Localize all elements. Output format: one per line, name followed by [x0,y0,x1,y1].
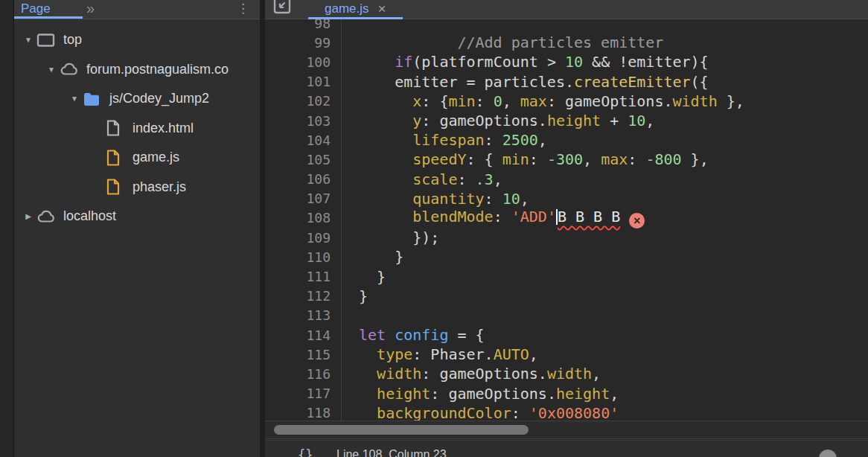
token-pln: && !emitter){ [583,53,709,71]
horizontal-scrollbar-thumb[interactable] [274,425,529,435]
token-num: .3 [476,170,494,188]
active-tab-underline [14,16,83,19]
code-line-98: 98 [265,19,868,33]
expand-arrow-icon[interactable]: ▼ [20,36,36,44]
tree-item-label: index.html [133,121,194,136]
token-pln: ({ [691,73,709,91]
pretty-print-icon[interactable]: {} [298,447,313,457]
token-pln: , [529,345,538,363]
code-text[interactable]: let config = { [341,326,485,344]
tree-item-js-codey-jump2[interactable]: ▼js/Codey_Jump2 [14,84,260,114]
line-number[interactable]: 99 [265,35,341,51]
line-number[interactable]: 105 [265,152,341,167]
token-com: //Add particles emitter [359,33,663,51]
code-text[interactable]: scale: .3, [341,170,502,188]
status-icon[interactable] [819,450,837,457]
code-line-112: 112} [265,287,868,306]
editor-status-bar: {} Line 108, Column 23 [265,440,868,457]
token-prop: backgroundColor [377,404,511,421]
line-number[interactable]: 98 [265,19,341,31]
token-pln: : gameOptions. [421,112,547,130]
line-number[interactable]: 116 [265,366,341,382]
expand-arrow-icon[interactable]: ▼ [66,95,83,103]
code-text[interactable]: blendMode: 'ADD'B B B B× [341,208,645,229]
line-number[interactable]: 115 [265,347,341,362]
tree-item-forum-postnagualism-co[interactable]: ▼forum.postnagualism.co [14,55,260,85]
code-text[interactable]: speedY: { min: -300, max: -800 }, [341,150,709,168]
token-num: 10 [502,190,520,208]
tree-item-game-js[interactable]: game.js [14,143,260,173]
tab-page[interactable]: Page [21,0,51,18]
token-pln [359,53,395,71]
expand-arrow-icon[interactable]: ▶ [20,212,36,220]
close-tab-icon[interactable]: × [378,3,386,15]
token-pln [359,345,377,363]
token-pln: : [485,131,502,149]
token-pln: : [529,150,547,168]
token-prop: min [502,150,529,168]
line-number[interactable]: 108 [265,210,341,226]
line-number[interactable]: 117 [265,386,341,401]
token-pln: : [476,92,494,110]
token-pln: : { [421,92,448,110]
code-text[interactable]: quantity: 10, [341,190,529,208]
tree-item-localhost[interactable]: ▶localhost [14,202,260,231]
code-line-103: 103 y: gameOptions.height + 10, [265,111,868,130]
line-number[interactable]: 101 [265,74,341,89]
more-options-icon[interactable]: ⋮ [237,0,249,19]
code-text[interactable]: lifespan: 2500, [341,131,547,149]
token-pln: } [359,248,403,266]
token-pln: } [359,287,368,305]
code-text[interactable]: backgroundColor: '0x008080' [341,404,619,421]
code-text[interactable]: height: gameOptions.height, [341,385,619,403]
token-pln: : { [467,150,502,168]
code-text[interactable]: }); [341,228,439,246]
code-line-105: 105 speedY: { min: -300, max: -800 }, [265,150,868,169]
token-pln: , [502,92,520,110]
code-line-109: 109 }); [265,228,868,247]
code-text[interactable]: emitter = particles.createEmitter({ [341,73,709,91]
line-number[interactable]: 111 [265,269,341,284]
horizontal-scrollbar[interactable] [265,421,868,439]
tree-item-phaser-js[interactable]: phaser.js [14,173,260,202]
line-number[interactable]: 107 [265,191,341,206]
token-pln [359,131,412,149]
code-line-101: 101 emitter = particles.createEmitter({ [265,72,868,92]
line-number[interactable]: 102 [265,93,341,109]
error-badge-icon[interactable]: × [629,213,645,228]
line-number[interactable]: 118 [265,405,341,421]
code-text[interactable]: type: Phaser.AUTO, [341,345,538,363]
token-prop: speedY [412,150,466,168]
line-number[interactable]: 110 [265,249,341,265]
tree-item-index-html[interactable]: index.html [14,114,260,144]
line-number[interactable]: 104 [265,132,341,148]
token-prop: blendMode [412,208,493,226]
token-prop: lifespan [412,131,484,149]
code-text[interactable]: y: gameOptions.height + 10, [341,112,654,130]
tab-game-js[interactable]: game.js × [308,0,403,19]
code-text[interactable]: } [341,287,368,305]
line-number[interactable]: 106 [265,171,341,187]
tree-item-top[interactable]: ▼top [14,25,260,55]
more-tabs-icon[interactable]: » [86,0,95,18]
code-text[interactable]: } [341,268,386,286]
code-editor[interactable]: 9899 //Add particles emitter100 if(platf… [265,19,868,421]
line-number[interactable]: 113 [265,307,341,323]
token-pln: + [601,112,628,130]
line-number[interactable]: 112 [265,288,341,304]
code-text[interactable]: width: gameOptions.width, [341,365,601,383]
line-number[interactable]: 103 [265,113,341,129]
navigator-toggle-icon[interactable] [272,0,292,18]
line-number[interactable]: 109 [265,230,341,246]
code-text[interactable]: //Add particles emitter [341,33,663,51]
code-text[interactable]: if(platformCount > 10 && !emitter){ [341,53,709,71]
expand-arrow-icon[interactable]: ▼ [43,65,60,74]
panel-divider[interactable] [260,0,265,457]
line-number[interactable]: 100 [265,54,341,70]
code-line-100: 100 if(platformCount > 10 && !emitter){ [265,52,868,71]
code-text[interactable]: } [341,248,403,266]
code-line-104: 104 lifespan: 2500, [265,130,868,150]
line-number[interactable]: 114 [265,327,341,343]
code-text[interactable]: x: {min: 0, max: gameOptions.width }, [341,92,744,110]
window-frame-icon [36,31,57,49]
